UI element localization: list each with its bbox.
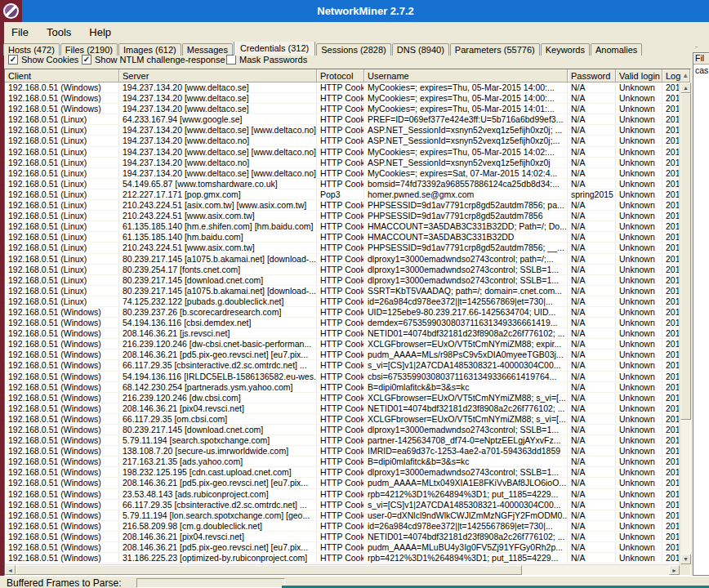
- table-row[interactable]: 192.168.0.51 (Linux)80.239.217.145 [down…: [5, 275, 680, 286]
- table-row[interactable]: 192.168.0.51 (Linux)194.237.134.20 [www.…: [5, 158, 680, 168]
- column-header-protocol[interactable]: Protocol: [317, 69, 364, 82]
- table-row[interactable]: 192.168.0.51 (Linux)74.125.232.122 [puba…: [5, 296, 680, 307]
- cell-server: 31.186.225.23 [optimized-by.rubiconproje…: [119, 553, 317, 563]
- tab-credentials[interactable]: Credentials (312): [234, 42, 315, 56]
- column-header-log[interactable]: Log▲: [662, 69, 690, 82]
- table-row[interactable]: 192.168.0.51 (Windows)208.146.36.21 [pd5…: [5, 542, 680, 553]
- tab-keywords[interactable]: Keywords: [541, 43, 590, 56]
- table-row[interactable]: 192.168.0.51 (Linux)64.233.167.94 [www.g…: [5, 114, 680, 125]
- horizontal-scrollbar[interactable]: ◄ ►: [5, 564, 680, 575]
- table-row[interactable]: 192.168.0.51 (Windows)194.237.134.20 [ww…: [5, 104, 680, 114]
- table-row[interactable]: 192.168.0.51 (Linux)61.135.185.140 [hm.b…: [5, 232, 680, 243]
- cell-protocol: HTTP Cookie: [317, 521, 364, 531]
- cell-valid-login: Unknown: [616, 553, 662, 563]
- column-header-valid-login[interactable]: Valid login: [616, 69, 662, 82]
- cell-username: MyCookies=; expires=Thu, 05-Mar-2015 14:…: [364, 82, 568, 92]
- vertical-scroll-thumb[interactable]: [680, 93, 691, 420]
- table-row[interactable]: 192.168.0.51 (Linux)80.239.254.17 [fonts…: [5, 265, 680, 275]
- column-header-client[interactable]: Client: [5, 69, 119, 82]
- tab-hosts[interactable]: Hosts (472): [3, 43, 60, 56]
- table-row[interactable]: 192.168.0.51 (Linux)80.239.217.145 [a107…: [5, 254, 680, 265]
- tab-messages[interactable]: Messages: [182, 43, 233, 56]
- tab-dns[interactable]: DNS (8940): [392, 43, 449, 56]
- table-row[interactable]: 192.168.0.51 (Linux)80.239.217.145 [a107…: [5, 286, 680, 296]
- table-row[interactable]: 192.168.0.51 (Linux)210.243.224.51 [www.…: [5, 211, 680, 221]
- cell-log: 201: [662, 200, 680, 210]
- table-row[interactable]: 192.168.0.51 (Windows)66.117.29.35 [om.c…: [5, 414, 680, 425]
- cell-valid-login: Unknown: [616, 179, 662, 189]
- table-row[interactable]: 192.168.0.51 (Windows)80.239.217.145 [do…: [5, 425, 680, 435]
- table-row[interactable]: 192.168.0.51 (Linux)194.237.134.20 [www.…: [5, 125, 680, 136]
- case-filename-column-header[interactable]: Fil: [693, 53, 709, 65]
- scroll-left-icon[interactable]: ◄: [5, 565, 16, 575]
- tab-images[interactable]: Images (612): [118, 43, 181, 56]
- scroll-right-icon[interactable]: ►: [669, 565, 680, 575]
- table-row[interactable]: 192.168.0.51 (Linux)210.243.224.51 [www.…: [5, 243, 680, 253]
- table-row[interactable]: 192.168.0.51 (Windows)138.108.7.20 [secu…: [5, 446, 680, 457]
- table-row[interactable]: 192.168.0.51 (Windows)54.194.136.116 [cb…: [5, 318, 680, 328]
- table-row[interactable]: 192.168.0.51 (Windows)5.79.11.194 [lon.s…: [5, 510, 680, 521]
- tab-anomalies[interactable]: Anomalies: [591, 43, 642, 56]
- horizontal-scroll-thumb[interactable]: [16, 565, 522, 575]
- cell-protocol: HTTP Cookie: [317, 296, 364, 306]
- cell-username: NETID01=4074bdf32181d23f8908a2c26f776102…: [364, 328, 568, 338]
- cell-valid-login: Unknown: [616, 136, 662, 145]
- table-row[interactable]: 192.168.0.51 (Windows)198.232.125.195 [c…: [5, 467, 680, 478]
- cell-valid-login: Unknown: [616, 350, 662, 359]
- table-row[interactable]: 192.168.0.51 (Linux)194.237.134.20 [www.…: [5, 136, 680, 146]
- scroll-down-icon[interactable]: ▼: [680, 554, 691, 564]
- cell-valid-login: Unknown: [616, 93, 662, 103]
- table-row[interactable]: 192.168.0.51 (Linux)194.237.134.20 [www.…: [5, 168, 680, 179]
- case-file-item[interactable]: cas: [693, 65, 709, 76]
- table-row[interactable]: 192.168.0.51 (Windows)216.58.209.98 [cm.…: [5, 521, 680, 532]
- vertical-scrollbar[interactable]: ▲ ▼: [680, 82, 690, 564]
- table-row[interactable]: 192.168.0.51 (Linux)210.243.224.51 [asix…: [5, 200, 680, 211]
- table-row[interactable]: 192.168.0.51 (Windows)208.146.36.21 [pix…: [5, 403, 680, 414]
- table-row[interactable]: 192.168.0.51 (Windows)31.186.225.23 [opt…: [5, 553, 680, 564]
- table-row[interactable]: 192.168.0.51 (Linux)54.149.65.87 [www.to…: [5, 179, 680, 189]
- table-row[interactable]: 192.168.0.51 (Windows)208.146.36.21 [js.…: [5, 328, 680, 339]
- table-row[interactable]: 192.168.0.51 (Windows)208.146.36.21 [pd5…: [5, 478, 680, 488]
- table-row[interactable]: 192.168.0.51 (Windows)208.146.36.21 [pix…: [5, 532, 680, 542]
- table-row[interactable]: 192.168.0.51 (Linux)194.237.134.20 [www.…: [5, 147, 680, 158]
- column-header-password[interactable]: Password: [568, 69, 616, 82]
- cell-server: 208.146.36.21 [pd5.pix-geo.revsci.net] […: [119, 478, 317, 488]
- table-row[interactable]: 192.168.0.51 (Linux)212.227.17.171 [pop.…: [5, 189, 680, 200]
- cell-username: MyCookies=; expires=Thu, 05-Mar-2015 14:…: [364, 93, 568, 103]
- column-header-username[interactable]: Username: [364, 69, 568, 82]
- table-row[interactable]: 192.168.0.51 (Windows)5.79.11.194 [searc…: [5, 435, 680, 446]
- table-row[interactable]: 192.168.0.51 (Windows)194.237.134.20 [ww…: [5, 93, 680, 104]
- menu-file[interactable]: File: [4, 24, 39, 41]
- cell-valid-login: Unknown: [616, 307, 662, 317]
- cell-server: 5.79.11.194 [search.spotxchange.com]: [119, 435, 317, 445]
- cell-password: N/A: [568, 457, 616, 466]
- show-ntlm-challenge-response-checkbox[interactable]: ✓Show NTLM challenge-response: [82, 55, 225, 65]
- tab-sessions[interactable]: Sessions (2828): [316, 43, 391, 56]
- table-row[interactable]: 192.168.0.51 (Windows)68.142.230.254 [pa…: [5, 382, 680, 393]
- table-row[interactable]: 192.168.0.51 (Windows)194.237.134.20 [ww…: [5, 82, 680, 93]
- cell-password: N/A: [568, 350, 616, 359]
- cell-protocol: HTTP Cookie: [317, 318, 364, 327]
- table-row[interactable]: 192.168.0.51 (Windows)66.117.29.35 [cbsi…: [5, 360, 680, 371]
- cell-password: N/A: [568, 243, 616, 252]
- mask-passwords-checkbox[interactable]: Mask Passwords: [226, 55, 307, 65]
- table-row[interactable]: 192.168.0.51 (Windows)216.239.120.246 [d…: [5, 393, 680, 403]
- table-row[interactable]: 192.168.0.51 (Windows)54.194.136.116 [IR…: [5, 372, 680, 382]
- tab-files[interactable]: Files (2190): [60, 43, 118, 56]
- table-row[interactable]: 192.168.0.51 (Windows)217.163.21.35 [ads…: [5, 457, 680, 467]
- menu-tools[interactable]: Tools: [39, 24, 82, 41]
- table-row[interactable]: 192.168.0.51 (Windows)208.146.36.21 [pd5…: [5, 350, 680, 360]
- table-row[interactable]: 192.168.0.51 (Windows)216.239.120.246 [d…: [5, 339, 680, 350]
- table-row[interactable]: 192.168.0.51 (Windows)80.239.237.26 [b.s…: [5, 307, 680, 318]
- table-row[interactable]: 192.168.0.51 (Windows)23.53.48.143 [ads.…: [5, 489, 680, 500]
- cell-username: dlproxy1=3000emadwndso2743control; SSLB=…: [364, 467, 568, 477]
- cell-protocol: HTTP Cookie: [317, 467, 364, 477]
- table-row[interactable]: 192.168.0.51 (Windows)66.117.29.35 [cbsi…: [5, 500, 680, 510]
- menu-help[interactable]: Help: [82, 24, 122, 41]
- scroll-up-icon[interactable]: ▲: [680, 82, 691, 93]
- tab-parameters[interactable]: Parameters (55776): [450, 43, 540, 56]
- table-row[interactable]: 192.168.0.51 (Linux)61.135.185.140 [hm.e…: [5, 221, 680, 232]
- cell-log: 201: [662, 372, 680, 381]
- column-header-server[interactable]: Server: [119, 69, 317, 82]
- show-cookies-checkbox[interactable]: ✓Show Cookies: [8, 55, 78, 65]
